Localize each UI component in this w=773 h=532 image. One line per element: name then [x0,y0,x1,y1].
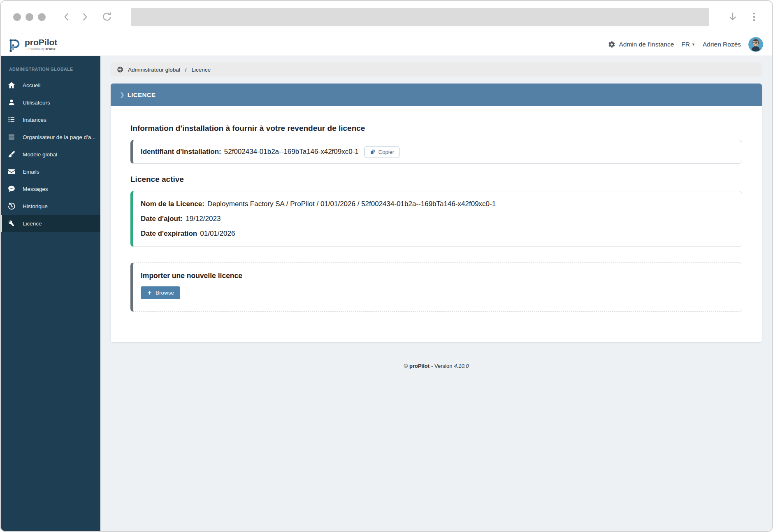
licence-name-label: Nom de la Licence: [141,200,204,208]
licence-name-value: Deployments Factory SA / ProPilot / 01/0… [207,200,496,208]
active-licence-card: Nom de la Licence:Deployments Factory SA… [130,191,742,247]
app-header: proPilot — Powered by dFakto Admin de l'… [1,33,772,56]
date-expiry-label: Date d'expiration [141,230,197,237]
sidebar-item-modele-global[interactable]: Modèle global [1,146,100,163]
list-icon [7,116,16,124]
home-icon [7,81,16,89]
breadcrumb-current[interactable]: Licence [192,67,211,73]
browse-button[interactable]: Browse [141,286,180,299]
sidebar-item-historique[interactable]: Historique [1,197,100,215]
sidebar-item-label: Messages [23,186,48,192]
active-licence-title: Licence active [130,175,742,184]
chat-icon [7,185,16,193]
app-logo-name: proPilot [25,38,57,47]
copy-icon [370,149,376,155]
window-zoom-button[interactable] [38,13,46,21]
breadcrumb: Administrateur global / Licence [111,63,762,77]
sidebar-item-label: Historique [23,203,48,209]
breadcrumb-root[interactable]: Administrateur global [128,67,180,73]
copy-button[interactable]: Copier [364,146,399,158]
date-expiry-value: 01/01/2026 [200,230,235,237]
browse-button-label: Browse [156,290,174,296]
address-bar[interactable] [131,8,709,26]
licence-panel: ❯ LICENCE Information d'installation à f… [111,84,762,342]
install-section-title: Information d'installation à fournir à v… [130,124,742,133]
footer-version: 4.10.0 [454,363,469,369]
menu-lines-icon [7,133,16,141]
user-menu[interactable]: Adrien Rozès [703,41,741,48]
copy-button-label: Copier [378,149,394,155]
history-icon [7,202,16,210]
chevron-right-icon: ❯ [120,92,125,98]
plus-icon [147,290,152,295]
licence-panel-body: Information d'installation à fournir à v… [111,106,762,342]
page-footer: ©proPilot- Version4.10.0 [111,342,762,369]
panel-title: LICENCE [128,91,156,98]
date-expiry-row: Date d'expiration01/01/2026 [141,226,734,241]
breadcrumb-separator: / [185,67,187,73]
footer-copyright-symbol: © [404,363,408,369]
browser-window: proPilot — Powered by dFakto Admin de l'… [0,0,773,532]
sidebar-item-label: Emails [23,169,39,175]
main-content: Administrateur global / Licence ❯ LICENC… [100,56,772,531]
sidebar-item-emails[interactable]: Emails [1,163,100,180]
forward-icon[interactable] [79,11,91,23]
sidebar-item-utilisateurs[interactable]: Utilisateurs [1,94,100,111]
envelope-icon [7,167,16,176]
sidebar-item-label: Organisateur de la page d'a... [23,134,95,140]
caret-down-icon: ▼ [692,42,695,46]
footer-version-label: - Version [431,363,452,369]
sidebar-items: AccueilUtilisateursInstancesOrganisateur… [1,77,100,232]
user-icon [7,98,16,107]
brush-icon [7,150,16,158]
date-added-row: Date d'ajout:19/12/2023 [141,211,734,226]
installation-id-card: Identifiant d'installation: 52f002434-01… [130,140,742,164]
sidebar-item-label: Utilisateurs [23,100,50,106]
language-label: FR [681,41,690,48]
import-licence-title: Importer une nouvelle licence [141,272,734,280]
sidebar-item-accueil[interactable]: Accueil [1,77,100,94]
download-icon[interactable] [727,11,738,23]
installation-id-value: 52f002434-01b2a--169bTa146-x42f09xc0-1 [224,148,359,156]
sidebar-item-label: Instances [23,117,46,123]
sidebar-item-label: Licence [23,221,42,227]
import-licence-card: Importer une nouvelle licence Browse [130,263,742,312]
sidebar-item-instances[interactable]: Instances [1,111,100,128]
date-added-value: 19/12/2023 [186,215,221,223]
sidebar-item-label: Accueil [23,82,41,88]
licence-panel-header[interactable]: ❯ LICENCE [111,84,762,106]
footer-brand: proPilot [409,363,429,369]
language-dropdown[interactable]: FR ▼ [681,41,695,48]
admin-instance-label: Admin de l'instance [619,41,674,48]
browser-chrome [1,1,772,33]
sidebar-item-label: Modèle global [23,151,57,158]
key-icon [7,219,16,228]
date-added-label: Date d'ajout: [141,215,183,223]
licence-name-row: Nom de la Licence:Deployments Factory SA… [141,197,734,211]
back-icon[interactable] [60,11,73,23]
sidebar: ADMINISTRATION GLOBALE AccueilUtilisateu… [1,56,100,531]
reload-icon[interactable] [101,11,113,23]
sidebar-item-messages[interactable]: Messages [1,180,100,197]
app-logo[interactable]: proPilot — Powered by dFakto [7,36,57,53]
window-traffic-lights[interactable] [13,13,46,21]
sidebar-item-licence[interactable]: Licence [1,215,100,232]
sidebar-section-title: ADMINISTRATION GLOBALE [9,67,100,72]
admin-instance-button[interactable]: Admin de l'instance [608,41,674,48]
installation-id-label: Identifiant d'installation: [141,148,221,156]
browser-menu-icon[interactable] [748,11,760,23]
app-logo-tagline: — Powered by dFakto [25,47,57,50]
sidebar-item-organisateur[interactable]: Organisateur de la page d'a... [1,128,100,146]
propilot-logo-icon [7,36,21,53]
window-minimize-button[interactable] [26,13,33,21]
avatar[interactable] [748,37,763,52]
globe-icon [117,66,123,73]
gear-icon [608,41,615,48]
window-close-button[interactable] [13,13,21,21]
